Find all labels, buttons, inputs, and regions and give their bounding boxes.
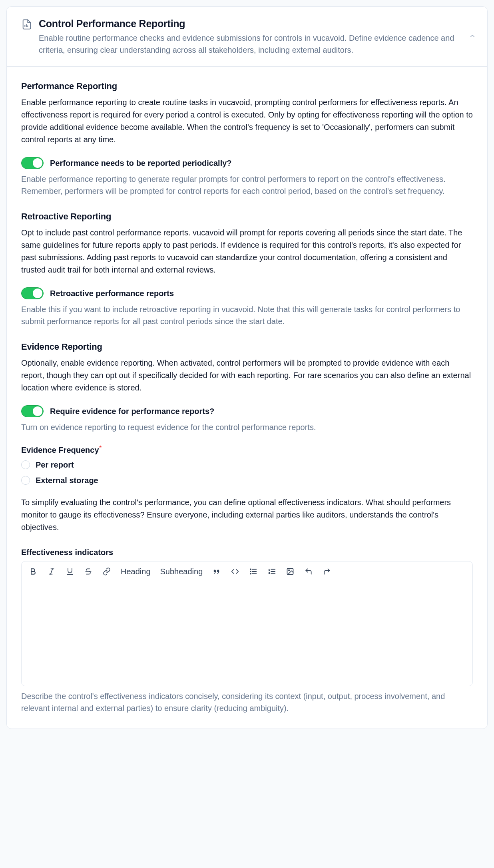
performance-reporting-help: Enable performance reporting to generate… (21, 173, 473, 197)
card-title: Control Performance Reporting (39, 18, 473, 30)
bullet-list-button[interactable] (249, 567, 258, 576)
effectiveness-editor: Heading Subheading (21, 561, 473, 686)
evidence-reporting-toggle-label: Require evidence for performance reports… (50, 407, 214, 416)
retroactive-reporting-toggle-label: Retroactive performance reports (50, 289, 174, 298)
card-header[interactable]: Control Performance Reporting Enable rou… (7, 7, 487, 67)
chevron-up-icon[interactable] (469, 32, 476, 41)
svg-line-2 (51, 569, 53, 574)
effectiveness-intro: To simplify evaluating the control's per… (21, 496, 473, 534)
radio-input[interactable] (21, 476, 30, 485)
svg-point-9 (250, 571, 251, 572)
evidence-reporting-title: Evidence Reporting (21, 342, 473, 352)
evidence-reporting-toggle[interactable] (21, 405, 44, 417)
performance-reporting-title: Performance Reporting (21, 81, 473, 92)
retroactive-reporting-desc: Opt to include past control performance … (21, 227, 473, 276)
bold-button[interactable] (29, 567, 38, 575)
effectiveness-textarea[interactable] (22, 582, 472, 686)
radio-input[interactable] (21, 460, 30, 469)
heading-button[interactable]: Heading (121, 567, 151, 576)
document-chart-icon (21, 19, 32, 32)
evidence-frequency-label-text: Evidence Frequency (21, 446, 99, 454)
undo-button[interactable] (304, 567, 313, 575)
retroactive-reporting-toggle[interactable] (21, 287, 44, 299)
evidence-frequency-label: Evidence Frequency* (21, 444, 102, 455)
performance-reporting-toggle-label: Performance needs to be reported periodi… (50, 159, 232, 168)
link-button[interactable] (102, 567, 111, 575)
evidence-reporting-desc: Optionally, enable evidence reporting. W… (21, 357, 473, 394)
radio-label: External storage (36, 476, 98, 485)
code-button[interactable] (231, 567, 239, 575)
editor-toolbar: Heading Subheading (22, 561, 472, 582)
svg-point-15 (289, 570, 290, 571)
card-description: Enable routine performance checks and ev… (39, 32, 473, 56)
required-indicator: * (100, 444, 102, 451)
radio-label: Per report (36, 460, 74, 470)
underline-button[interactable] (66, 567, 74, 575)
card-body: Performance Reporting Enable performance… (7, 67, 487, 729)
performance-reporting-toggle[interactable] (21, 157, 44, 169)
control-performance-reporting-card: Control Performance Reporting Enable rou… (6, 6, 488, 729)
subheading-button[interactable]: Subheading (160, 567, 203, 576)
performance-reporting-desc: Enable performance reporting to create r… (21, 96, 473, 146)
blockquote-button[interactable] (212, 567, 221, 576)
italic-button[interactable] (47, 567, 56, 575)
redo-button[interactable] (323, 567, 331, 575)
radio-external-storage[interactable]: External storage (21, 476, 473, 485)
image-button[interactable] (286, 567, 295, 575)
effectiveness-indicators-label: Effectiveness indicators (21, 548, 113, 557)
retroactive-reporting-help: Enable this if you want to include retro… (21, 303, 473, 327)
ordered-list-button[interactable] (267, 567, 276, 576)
evidence-reporting-help: Turn on evidence reporting to request ev… (21, 421, 473, 433)
effectiveness-help: Describe the control's effectiveness ind… (21, 690, 473, 714)
strikethrough-button[interactable] (84, 567, 93, 575)
radio-per-report[interactable]: Per report (21, 460, 473, 470)
svg-point-8 (250, 569, 251, 570)
svg-point-10 (250, 573, 251, 574)
retroactive-reporting-title: Retroactive Reporting (21, 211, 473, 222)
